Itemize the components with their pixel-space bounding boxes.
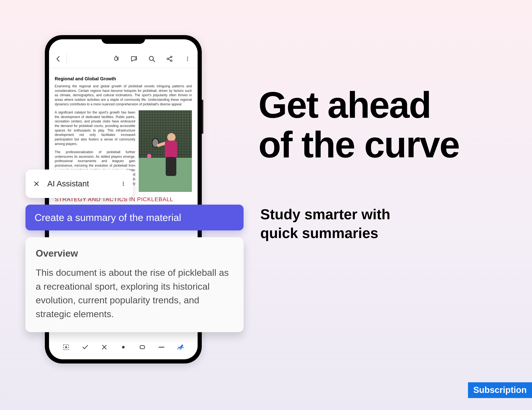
dot-tool[interactable] [119, 343, 128, 352]
sub-line2: quick summaries [260, 224, 390, 243]
ai-more-button[interactable] [119, 180, 127, 188]
back-button[interactable] [54, 54, 63, 64]
ai-assistant-title: AI Assistant [47, 179, 119, 188]
headline-line2: of the curve [258, 125, 459, 164]
checkmark-tool[interactable] [81, 343, 90, 352]
overview-body: This document is about the rise of pickl… [36, 266, 233, 321]
svg-point-6 [187, 60, 188, 61]
search-icon [148, 55, 156, 63]
comment-button[interactable] [129, 54, 139, 64]
doc-paragraph: A significant catalyst for the sport's g… [55, 110, 135, 146]
svg-point-3 [171, 60, 172, 62]
headline: Get ahead of the curve [258, 85, 459, 164]
subscription-badge: Subscription [468, 382, 532, 398]
xmark-tool[interactable] [100, 343, 109, 352]
rect-tool[interactable] [138, 343, 147, 352]
headline-line1: Get ahead [258, 85, 459, 125]
text-box-icon [62, 343, 70, 351]
close-icon [33, 181, 40, 187]
doc-paragraph: Examining the regional and global growth… [55, 84, 192, 107]
doc-image [139, 110, 192, 192]
svg-point-11 [123, 183, 124, 184]
ai-prompt-text: Create a summary of the material [35, 212, 181, 223]
subheadline: Study smarter with quick summaries [260, 205, 390, 243]
signature-icon [176, 343, 185, 351]
top-toolbar [49, 50, 198, 68]
signature-tool[interactable] [176, 343, 185, 352]
liquid-mode-button[interactable] [111, 54, 121, 64]
share-icon [166, 55, 173, 63]
svg-point-0 [149, 56, 153, 61]
x-mark-icon [101, 343, 108, 351]
toolbar-separator [66, 54, 67, 64]
overview-heading: Overview [36, 248, 233, 259]
liquid-mode-icon [112, 55, 120, 63]
doc-section-title: Regional and Global Growth [55, 76, 192, 82]
svg-point-8 [122, 346, 124, 348]
dot-icon [120, 343, 127, 351]
svg-point-2 [171, 56, 172, 58]
svg-rect-9 [140, 346, 145, 349]
search-button[interactable] [147, 54, 157, 64]
rect-icon [139, 343, 146, 351]
close-button[interactable] [32, 180, 40, 188]
more-icon [185, 55, 190, 63]
ai-prompt-suggestion[interactable]: Create a summary of the material [26, 205, 244, 230]
bottom-toolbar [49, 335, 198, 359]
sub-line1: Study smarter with [260, 205, 390, 224]
dash-tool[interactable] [157, 343, 166, 352]
text-box-tool[interactable] [62, 343, 71, 352]
more-button[interactable] [183, 54, 192, 64]
svg-point-12 [123, 185, 124, 186]
share-button[interactable] [165, 54, 174, 64]
phone-notch [102, 35, 145, 44]
more-icon [121, 180, 126, 188]
svg-point-1 [167, 58, 169, 60]
dash-icon [158, 343, 165, 351]
svg-point-5 [187, 58, 188, 59]
svg-point-10 [123, 182, 124, 182]
comment-icon [130, 55, 138, 63]
ai-assistant-bar: AI Assistant [26, 170, 133, 198]
ai-overview-card: Overview This document is about the rise… [26, 237, 244, 332]
svg-point-4 [187, 57, 188, 58]
svg-rect-7 [64, 345, 69, 350]
back-icon [55, 55, 62, 63]
check-icon [81, 343, 89, 351]
